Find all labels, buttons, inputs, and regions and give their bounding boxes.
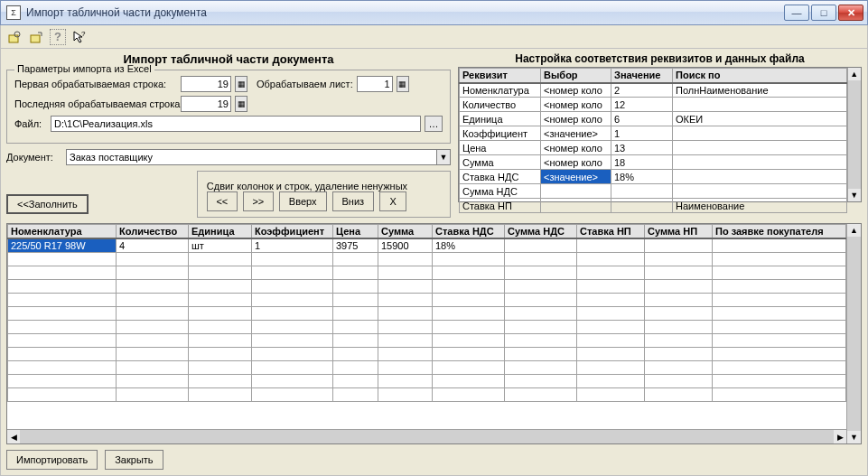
last-row-input[interactable] <box>181 96 231 112</box>
grid-cell[interactable] <box>713 321 846 334</box>
grid-scrollbar-v[interactable]: ▲ ▼ <box>846 224 861 443</box>
grid-cell[interactable] <box>117 321 189 334</box>
map-cell[interactable] <box>673 170 847 184</box>
grid-cell[interactable] <box>8 253 117 266</box>
grid-cell[interactable] <box>713 280 846 294</box>
grid-cell[interactable] <box>252 388 333 402</box>
map-cell[interactable] <box>673 141 847 155</box>
mapping-table[interactable]: Реквизит Выбор Значение Поиск по Номенкл… <box>459 68 847 213</box>
shift-down-button[interactable]: Вниз <box>332 191 375 211</box>
map-row[interactable]: Цена<номер коло13 <box>460 141 847 155</box>
map-cell[interactable]: ОКЕИ <box>673 112 847 126</box>
scroll-left-icon[interactable]: ◀ <box>7 430 20 443</box>
grid-cell[interactable] <box>713 294 846 307</box>
grid-cell[interactable] <box>117 375 189 388</box>
map-cell[interactable]: <номер коло <box>541 141 611 155</box>
grid-cell[interactable] <box>577 280 645 294</box>
grid-cell[interactable] <box>117 334 189 348</box>
data-grid[interactable]: НоменклатураКоличествоЕдиницаКоэффициент… <box>7 224 846 402</box>
map-cell[interactable]: Коэффициент <box>460 126 541 141</box>
map-cell[interactable]: <номер коло <box>541 112 611 126</box>
grid-cell[interactable] <box>645 238 713 253</box>
scroll-up-icon[interactable]: ▲ <box>847 224 861 237</box>
grid-cell[interactable] <box>117 280 189 294</box>
grid-cell[interactable] <box>505 334 577 348</box>
grid-cell[interactable] <box>713 348 846 361</box>
map-cell[interactable]: Сумма НДС <box>460 184 541 199</box>
grid-cell[interactable] <box>189 294 252 307</box>
grid-header[interactable]: По заявке покупателя <box>713 225 846 239</box>
first-row-spinner[interactable]: ▦ <box>235 76 247 92</box>
map-cell[interactable] <box>673 126 847 141</box>
grid-cell[interactable] <box>713 266 846 280</box>
grid-cell[interactable] <box>433 266 505 280</box>
grid-cell[interactable] <box>333 266 378 280</box>
grid-cell[interactable] <box>433 294 505 307</box>
grid-cell[interactable] <box>433 375 505 388</box>
map-cell[interactable] <box>673 98 847 112</box>
map-cell[interactable]: Номенклатура <box>460 83 541 98</box>
grid-cell[interactable] <box>505 294 577 307</box>
grid-cell[interactable] <box>333 307 378 321</box>
config-save-icon[interactable] <box>28 29 44 45</box>
grid-cell[interactable] <box>645 334 713 348</box>
grid-header[interactable]: Количество <box>117 225 189 239</box>
grid-row[interactable] <box>8 348 846 361</box>
grid-cell[interactable] <box>378 348 433 361</box>
grid-cell[interactable] <box>645 321 713 334</box>
map-cell[interactable]: Сумма <box>460 155 541 170</box>
map-cell[interactable]: Ставка НП <box>460 199 541 213</box>
grid-cell[interactable] <box>505 321 577 334</box>
grid-row[interactable] <box>8 280 846 294</box>
file-input[interactable] <box>51 116 421 132</box>
help-icon[interactable]: ? <box>50 29 66 45</box>
grid-header[interactable]: Сумма НДС <box>505 225 577 239</box>
grid-cell[interactable]: 225/50 R17 98W <box>8 238 117 253</box>
grid-cell[interactable] <box>505 388 577 402</box>
grid-cell[interactable]: 4 <box>117 238 189 253</box>
shift-left-button[interactable]: << <box>207 191 238 211</box>
fill-button[interactable]: <<Заполнить <box>6 194 89 214</box>
grid-cell[interactable] <box>8 321 117 334</box>
grid-cell[interactable] <box>433 388 505 402</box>
grid-cell[interactable] <box>252 294 333 307</box>
grid-row[interactable]: 225/50 R17 98W4шт139751590018% <box>8 238 846 253</box>
map-cell[interactable]: Наименование <box>673 199 847 213</box>
grid-cell[interactable] <box>8 280 117 294</box>
minimize-button[interactable]: — <box>784 5 809 21</box>
grid-cell[interactable] <box>252 321 333 334</box>
map-cell[interactable]: 13 <box>611 141 673 155</box>
map-cell[interactable]: 6 <box>611 112 673 126</box>
grid-cell[interactable] <box>189 307 252 321</box>
grid-cell[interactable] <box>8 266 117 280</box>
scroll-down-icon[interactable]: ▼ <box>848 189 861 201</box>
grid-cell[interactable] <box>713 375 846 388</box>
map-cell[interactable]: ПолнНаименование <box>673 83 847 98</box>
grid-cell[interactable] <box>577 321 645 334</box>
grid-cell[interactable] <box>8 375 117 388</box>
grid-cell[interactable] <box>433 334 505 348</box>
map-cell[interactable]: <значение> <box>541 126 611 141</box>
grid-cell[interactable]: 1 <box>252 238 333 253</box>
sheet-input[interactable] <box>357 76 393 92</box>
scroll-right-icon[interactable]: ▶ <box>834 430 846 443</box>
grid-header[interactable]: Ставка НДС <box>433 225 505 239</box>
shift-right-button[interactable]: >> <box>243 191 274 211</box>
grid-cell[interactable] <box>333 321 378 334</box>
shift-delete-button[interactable]: X <box>379 191 406 211</box>
grid-cell[interactable] <box>577 238 645 253</box>
grid-cell[interactable] <box>577 266 645 280</box>
map-header-choice[interactable]: Выбор <box>541 69 611 83</box>
grid-cell[interactable]: 18% <box>433 238 505 253</box>
map-row[interactable]: Единица<номер коло6ОКЕИ <box>460 112 847 126</box>
grid-cell[interactable] <box>333 388 378 402</box>
grid-cell[interactable] <box>117 253 189 266</box>
map-row[interactable]: Сумма<номер коло18 <box>460 155 847 170</box>
grid-cell[interactable] <box>117 361 189 375</box>
grid-cell[interactable] <box>433 348 505 361</box>
grid-row[interactable] <box>8 375 846 388</box>
grid-cell[interactable] <box>378 334 433 348</box>
grid-cell[interactable] <box>117 294 189 307</box>
grid-cell[interactable] <box>378 321 433 334</box>
grid-row[interactable] <box>8 361 846 375</box>
